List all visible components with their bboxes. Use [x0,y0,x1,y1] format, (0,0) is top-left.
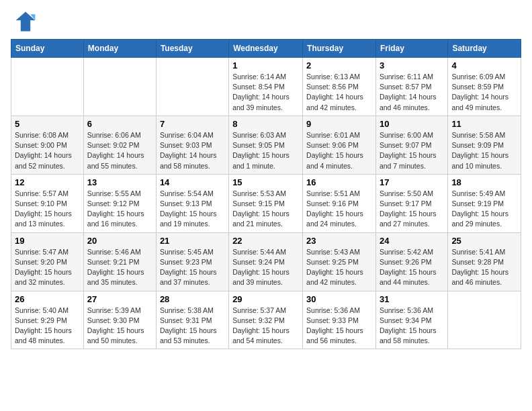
daylight-text: Daylight: 15 hours and 50 minutes. [87,326,144,345]
sunrise-text: Sunrise: 5:36 AM [306,306,360,314]
daylight-text: Daylight: 15 hours and 39 minutes. [232,268,290,286]
day-info: Sunrise: 5:40 AMSunset: 9:29 PMDaylight:… [15,306,80,347]
day-info: Sunrise: 5:57 AMSunset: 9:10 PMDaylight:… [15,189,80,230]
daylight-text: Daylight: 14 hours and 58 minutes. [160,151,217,169]
calendar-cell: 20Sunrise: 5:46 AMSunset: 9:21 PMDayligh… [83,232,156,291]
day-number: 12 [15,177,80,187]
col-header-wednesday: Wednesday [229,40,303,58]
sunset-text: Sunset: 9:30 PM [87,316,140,324]
day-number: 25 [451,236,517,246]
day-number: 5 [15,119,80,129]
sunrise-text: Sunrise: 5:45 AM [160,248,214,256]
col-header-saturday: Saturday [448,40,521,58]
day-number: 18 [451,177,517,187]
calendar-cell: 1Sunrise: 6:14 AMSunset: 8:54 PMDaylight… [229,58,303,116]
sunset-text: Sunset: 8:56 PM [306,83,359,91]
day-info: Sunrise: 5:44 AMSunset: 9:24 PMDaylight:… [232,247,299,288]
day-number: 23 [306,236,372,246]
sunrise-text: Sunrise: 5:44 AM [232,248,286,256]
day-number: 10 [380,119,444,129]
sunset-text: Sunset: 9:29 PM [15,316,67,324]
daylight-text: Daylight: 14 hours and 52 minutes. [15,151,72,169]
header [0,0,532,39]
day-info: Sunrise: 6:01 AMSunset: 9:06 PMDaylight:… [306,130,372,171]
daylight-text: Daylight: 14 hours and 55 minutes. [87,151,144,169]
day-info: Sunrise: 5:53 AMSunset: 9:15 PMDaylight:… [232,189,299,230]
sunrise-text: Sunrise: 5:53 AM [232,189,286,197]
sunset-text: Sunset: 9:05 PM [232,141,285,149]
calendar-cell: 31Sunrise: 5:36 AMSunset: 9:34 PMDayligh… [375,291,447,349]
calendar-week-3: 12Sunrise: 5:57 AMSunset: 9:10 PMDayligh… [11,174,521,232]
col-header-sunday: Sunday [11,40,84,58]
sunset-text: Sunset: 9:16 PM [306,199,359,208]
calendar-cell: 30Sunrise: 5:36 AMSunset: 9:33 PMDayligh… [303,291,376,349]
sunrise-text: Sunrise: 5:57 AM [15,189,69,197]
calendar-cell: 21Sunrise: 5:45 AMSunset: 9:23 PMDayligh… [156,232,228,291]
daylight-text: Daylight: 14 hours and 39 minutes. [232,93,290,111]
daylight-text: Daylight: 15 hours and 37 minutes. [160,268,217,286]
calendar-cell: 19Sunrise: 5:47 AMSunset: 9:20 PMDayligh… [11,232,84,291]
sunset-text: Sunset: 9:26 PM [380,258,432,266]
sunrise-text: Sunrise: 5:36 AM [380,306,433,314]
day-info: Sunrise: 6:13 AMSunset: 8:56 PMDaylight:… [306,72,372,113]
calendar-cell: 4Sunrise: 6:09 AMSunset: 8:59 PMDaylight… [448,58,521,116]
day-number: 22 [232,236,299,246]
logo-icon [13,9,38,34]
daylight-text: Daylight: 15 hours and 1 minute. [232,151,290,169]
sunset-text: Sunset: 9:33 PM [306,316,359,324]
sunrise-text: Sunrise: 5:37 AM [232,306,286,314]
sunset-text: Sunset: 9:02 PM [87,141,140,149]
calendar-cell: 18Sunrise: 5:49 AMSunset: 9:19 PMDayligh… [448,174,521,232]
calendar-cell: 29Sunrise: 5:37 AMSunset: 9:32 PMDayligh… [229,291,303,349]
day-info: Sunrise: 6:09 AMSunset: 8:59 PMDaylight:… [451,72,517,113]
daylight-text: Daylight: 15 hours and 19 minutes. [160,210,217,228]
day-number: 31 [380,294,444,304]
sunset-text: Sunset: 8:57 PM [380,83,432,91]
calendar-cell: 11Sunrise: 5:58 AMSunset: 9:09 PMDayligh… [448,116,521,174]
sunrise-text: Sunrise: 6:03 AM [232,131,286,139]
logo [13,9,40,34]
day-info: Sunrise: 5:51 AMSunset: 9:16 PMDaylight:… [306,189,372,230]
sunrise-text: Sunrise: 5:58 AM [451,131,505,139]
col-header-friday: Friday [375,40,447,58]
daylight-text: Daylight: 15 hours and 46 minutes. [451,268,508,286]
sunrise-text: Sunrise: 6:06 AM [87,131,141,139]
calendar-cell: 13Sunrise: 5:55 AMSunset: 9:12 PMDayligh… [83,174,156,232]
day-number: 3 [380,60,444,71]
sunset-text: Sunset: 9:31 PM [160,316,212,324]
calendar-week-5: 26Sunrise: 5:40 AMSunset: 9:29 PMDayligh… [11,291,521,349]
sunrise-text: Sunrise: 6:04 AM [160,131,214,139]
day-info: Sunrise: 5:39 AMSunset: 9:30 PMDaylight:… [87,306,152,347]
day-info: Sunrise: 5:50 AMSunset: 9:17 PMDaylight:… [380,189,444,230]
day-number: 20 [87,236,152,246]
day-info: Sunrise: 5:49 AMSunset: 9:19 PMDaylight:… [451,189,517,230]
sunset-text: Sunset: 9:23 PM [160,258,212,266]
daylight-text: Daylight: 15 hours and 10 minutes. [451,151,508,169]
calendar-cell: 10Sunrise: 6:00 AMSunset: 9:07 PMDayligh… [375,116,447,174]
day-number: 30 [306,294,372,304]
day-number: 13 [87,177,152,187]
sunrise-text: Sunrise: 5:50 AM [380,189,433,197]
calendar-cell: 22Sunrise: 5:44 AMSunset: 9:24 PMDayligh… [229,232,303,291]
calendar-cell [11,58,84,116]
day-number: 1 [232,60,299,71]
calendar-cell: 23Sunrise: 5:43 AMSunset: 9:25 PMDayligh… [303,232,376,291]
daylight-text: Daylight: 15 hours and 29 minutes. [451,210,508,228]
sunset-text: Sunset: 9:24 PM [232,258,285,266]
day-number: 7 [160,119,225,129]
daylight-text: Daylight: 14 hours and 42 minutes. [306,93,363,111]
daylight-text: Daylight: 14 hours and 49 minutes. [451,93,508,111]
daylight-text: Daylight: 15 hours and 16 minutes. [87,210,144,228]
day-number: 27 [87,294,152,304]
col-header-thursday: Thursday [303,40,376,58]
day-info: Sunrise: 5:58 AMSunset: 9:09 PMDaylight:… [451,130,517,171]
day-number: 4 [451,60,517,71]
sunrise-text: Sunrise: 5:49 AM [451,189,505,197]
calendar-cell [83,58,156,116]
day-number: 24 [380,236,444,246]
sunset-text: Sunset: 9:15 PM [232,199,285,208]
day-number: 16 [306,177,372,187]
calendar-cell: 12Sunrise: 5:57 AMSunset: 9:10 PMDayligh… [11,174,84,232]
daylight-text: Daylight: 14 hours and 46 minutes. [380,93,437,111]
sunrise-text: Sunrise: 6:14 AM [232,73,286,81]
